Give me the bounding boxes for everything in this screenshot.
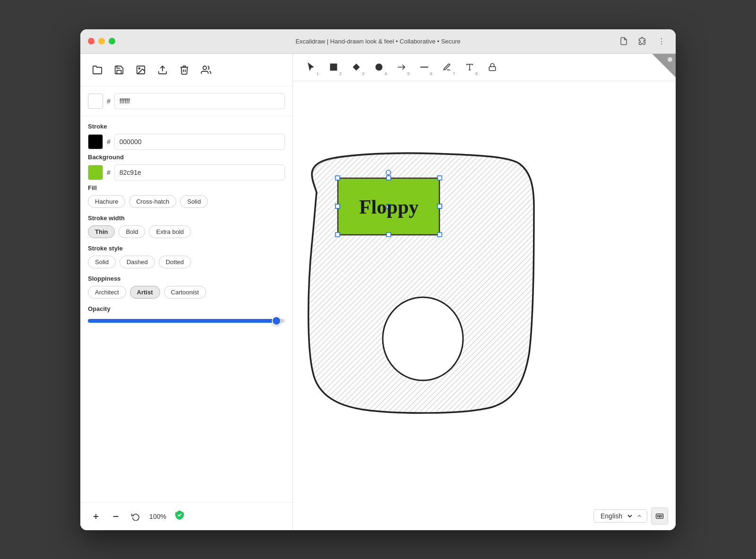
- rectangle-tool-button[interactable]: 2: [323, 57, 344, 77]
- stroke-bold[interactable]: Bold: [119, 225, 145, 238]
- svg-rect-29: [387, 232, 391, 237]
- collaborate-button[interactable]: [197, 60, 215, 79]
- svg-rect-28: [335, 232, 340, 237]
- maximize-button[interactable]: [109, 38, 115, 44]
- slop-architect[interactable]: Architect: [88, 286, 126, 299]
- top-toolbar: 1 2 3 4: [293, 54, 676, 81]
- style-dotted[interactable]: Dotted: [159, 256, 191, 268]
- zoom-level: 100%: [147, 513, 168, 520]
- select-num: 1: [317, 71, 319, 76]
- zoom-out-button[interactable]: [108, 508, 124, 525]
- hash-label: #: [107, 97, 111, 105]
- fill-solid[interactable]: Solid: [180, 195, 208, 208]
- fill-label: Fill: [88, 184, 285, 191]
- color-input-row: #: [88, 93, 285, 109]
- chevron-up-icon: [636, 513, 642, 519]
- close-button[interactable]: [88, 38, 94, 44]
- line-num: 6: [430, 71, 432, 76]
- svg-point-1: [138, 68, 140, 69]
- svg-rect-32: [438, 204, 442, 208]
- svg-point-8: [668, 57, 672, 62]
- stroke-hash: #: [107, 138, 111, 146]
- svg-rect-24: [438, 176, 442, 180]
- stroke-swatch[interactable]: [88, 134, 103, 149]
- lock-tool-button[interactable]: [482, 57, 503, 77]
- stroke-width-label: Stroke width: [88, 215, 285, 222]
- app-body: # Stroke # Background #: [80, 54, 676, 530]
- svg-point-20: [386, 170, 391, 175]
- sidebar-bottom: 100%: [80, 502, 292, 530]
- color-section: #: [80, 86, 292, 116]
- svg-rect-16: [489, 67, 496, 70]
- arrow-num: 5: [407, 71, 410, 76]
- open-button[interactable]: [88, 60, 107, 79]
- app-window: Excalidraw | Hand-drawn look & feel • Co…: [80, 29, 676, 530]
- opacity-slider[interactable]: [88, 319, 285, 323]
- line-tool-button[interactable]: 6: [414, 57, 435, 77]
- stroke-label: Stroke: [88, 123, 285, 130]
- stroke-row: #: [88, 134, 285, 150]
- zoom-in-button[interactable]: [88, 508, 104, 525]
- svg-rect-9: [330, 64, 337, 71]
- reset-zoom-button[interactable]: [128, 508, 144, 525]
- opacity-label: Opacity: [88, 305, 285, 312]
- color-swatch[interactable]: [88, 94, 103, 109]
- pencil-tool-button[interactable]: 7: [437, 57, 457, 77]
- fill-options: Hachure Cross-hatch Solid: [88, 195, 285, 208]
- sloppiness-label: Sloppiness: [88, 275, 285, 282]
- svg-rect-22: [335, 176, 340, 180]
- export-button[interactable]: [153, 60, 172, 79]
- language-selector[interactable]: English Español Français Deutsch: [593, 509, 647, 523]
- minimize-button[interactable]: [98, 38, 105, 44]
- text-tool-button[interactable]: 8: [459, 57, 480, 77]
- stroke-width-options: Thin Bold Extra bold: [88, 225, 285, 238]
- color-input[interactable]: [114, 93, 285, 109]
- svg-point-11: [376, 64, 383, 71]
- select-tool-button[interactable]: 1: [301, 57, 321, 77]
- canvas-content[interactable]: Floppy English Español Français Deutsch: [293, 81, 676, 530]
- rect-num: 2: [339, 71, 342, 76]
- background-input[interactable]: [114, 164, 285, 181]
- save-button[interactable]: [110, 60, 129, 79]
- canvas-area: 1 2 3 4: [293, 54, 676, 530]
- shield-icon: [174, 509, 185, 524]
- style-solid[interactable]: Solid: [88, 256, 116, 268]
- fill-crosshatch[interactable]: Cross-hatch: [129, 195, 176, 208]
- diamond-num: 3: [362, 71, 364, 76]
- pencil-num: 7: [453, 71, 455, 76]
- stroke-input[interactable]: [114, 134, 285, 150]
- svg-rect-31: [335, 204, 340, 208]
- diamond-tool-button[interactable]: 3: [346, 57, 367, 77]
- svg-text:Floppy: Floppy: [359, 196, 419, 218]
- export-image-button[interactable]: [131, 60, 150, 79]
- puzzle-icon[interactable]: [636, 34, 649, 48]
- app-title: Excalidraw | Hand-drawn look & feel • Co…: [295, 38, 460, 45]
- more-icon[interactable]: ⋮: [655, 34, 668, 48]
- background-swatch[interactable]: [88, 165, 103, 180]
- language-dropdown[interactable]: English Español Français Deutsch: [599, 512, 634, 520]
- ellipse-num: 4: [385, 71, 387, 76]
- slop-cartoonist[interactable]: Cartoonist: [164, 286, 206, 299]
- svg-point-18: [383, 297, 463, 380]
- traffic-lights: [88, 38, 115, 44]
- document-icon[interactable]: [617, 34, 630, 48]
- ellipse-tool-button[interactable]: 4: [369, 57, 389, 77]
- stroke-style-label: Stroke style: [88, 245, 285, 252]
- sidebar-toolbar: [80, 54, 292, 86]
- fill-hachure[interactable]: Hachure: [88, 195, 125, 208]
- trash-button[interactable]: [175, 60, 194, 79]
- canvas-svg: Floppy: [293, 81, 676, 530]
- sidebar: # Stroke # Background #: [80, 54, 293, 530]
- slop-artist[interactable]: Artist: [130, 286, 160, 299]
- svg-point-3: [203, 66, 206, 69]
- keyboard-button[interactable]: [651, 507, 668, 525]
- text-num: 8: [475, 71, 478, 76]
- stroke-thin[interactable]: Thin: [88, 225, 115, 238]
- opacity-slider-container: [88, 316, 285, 325]
- stroke-extra-bold[interactable]: Extra bold: [149, 225, 191, 238]
- svg-marker-10: [353, 64, 360, 71]
- stroke-style-options: Solid Dashed Dotted: [88, 256, 285, 268]
- properties-section: Stroke # Background # Fill Hachure: [80, 116, 292, 331]
- style-dashed[interactable]: Dashed: [120, 256, 155, 268]
- arrow-tool-button[interactable]: 5: [391, 57, 412, 77]
